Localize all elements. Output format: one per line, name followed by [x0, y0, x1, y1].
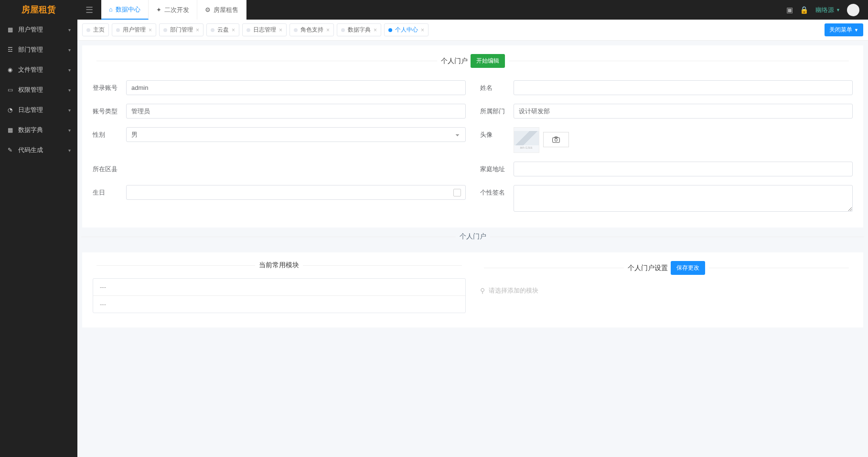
signature-textarea[interactable] [514, 185, 853, 212]
close-icon[interactable]: × [279, 27, 282, 33]
chevron-down-icon: ▾ [68, 128, 71, 133]
dept-input[interactable] [514, 104, 853, 119]
sidebar-item-codegen[interactable]: ✎代码生成▾ [0, 140, 77, 160]
grid2-icon: ▦ [7, 127, 13, 133]
save-changes-button[interactable]: 保存更改 [671, 261, 705, 275]
camera-icon [552, 136, 560, 143]
label-region: 所在区县 [93, 162, 119, 174]
tab-label: 个人中心 [395, 26, 418, 34]
module-list: --- --- [93, 278, 466, 313]
tab-cloud[interactable]: 云盘× [206, 23, 239, 36]
field-dept: 所属部门 [480, 104, 853, 119]
field-region: 所在区县 [93, 162, 466, 176]
tab-users[interactable]: 用户管理× [112, 23, 156, 36]
chevron-down-icon: ▾ [68, 87, 71, 93]
sidebar: ▦用户管理▾ ☲部门管理▾ ◉文件管理▾ ▭权限管理▾ ◔日志管理▾ ▦数据字典… [0, 20, 77, 457]
fullscreen-icon[interactable]: ▣ [786, 6, 793, 14]
tab-profile[interactable]: 个人中心× [384, 23, 429, 36]
lower-panels: 当前常用模块 --- --- 个人门户设置 保存更改 ⚲ 请选择添加的模块 [82, 252, 863, 327]
brand-logo: 房屋租赁 [0, 0, 77, 20]
username-dropdown[interactable]: 幽络源 ▼ [815, 6, 840, 14]
sidebar-item-dept[interactable]: ☲部门管理▾ [0, 40, 77, 60]
tab-label: 云盘 [217, 26, 229, 34]
list-icon: ☲ [7, 46, 13, 53]
module-search[interactable]: ⚲ 请选择添加的模块 [480, 283, 853, 298]
tab-dept[interactable]: 部门管理× [159, 23, 204, 36]
acct-type-input[interactable] [126, 104, 466, 119]
sidebar-item-perm[interactable]: ▭权限管理▾ [0, 80, 77, 100]
field-acct-type: 账号类型 [93, 104, 466, 119]
dot-icon [246, 28, 250, 32]
topnav-dev[interactable]: ✦ 二次开发 [149, 0, 197, 20]
label-acct-type: 账号类型 [93, 104, 119, 116]
dot-icon [294, 28, 298, 32]
close-icon[interactable]: × [374, 27, 377, 33]
top-nav: ⌂ 数据中心 ✦ 二次开发 ⚙ 房屋租售 [101, 0, 246, 20]
close-icon[interactable]: × [196, 27, 199, 33]
tab-home[interactable]: 主页 [82, 23, 109, 36]
chevron-down-icon: ▾ [68, 108, 71, 113]
tab-dict[interactable]: 数据字典× [337, 23, 381, 36]
sidebar-item-users[interactable]: ▦用户管理▾ [0, 20, 77, 40]
search-placeholder: 请选择添加的模块 [489, 286, 538, 295]
login-input[interactable] [126, 80, 466, 95]
topnav-label: 二次开发 [164, 6, 189, 14]
section-divider: 个人门户 [77, 232, 868, 241]
home-icon: ⌂ [109, 6, 113, 13]
list-item[interactable]: --- [93, 296, 465, 313]
svg-point-1 [555, 139, 557, 141]
tab-logs[interactable]: 日志管理× [242, 23, 287, 36]
globe-icon: ◉ [7, 66, 13, 73]
sidebar-item-label: 代码生成 [18, 146, 43, 154]
sidebar-item-label: 部门管理 [18, 45, 43, 54]
field-signature: 个性签名 [480, 185, 853, 213]
menu-toggle-icon[interactable]: ☰ [77, 5, 101, 15]
close-menu-button[interactable]: 关闭菜单 ▼ [825, 23, 863, 36]
label-avatar: 头像 [480, 127, 507, 139]
avatar-placeholder-text: an-Liss [520, 145, 533, 150]
common-modules-title: 当前常用模块 [259, 261, 299, 270]
birthday-input[interactable] [126, 185, 466, 200]
topnav-data-center[interactable]: ⌂ 数据中心 [101, 0, 149, 20]
close-icon[interactable]: × [232, 27, 235, 33]
address-input[interactable] [514, 162, 853, 176]
start-edit-button[interactable]: 开始编辑 [471, 54, 505, 68]
label-signature: 个性签名 [480, 185, 507, 197]
sidebar-item-logs[interactable]: ◔日志管理▾ [0, 100, 77, 120]
topnav-house[interactable]: ⚙ 房屋租售 [197, 0, 246, 20]
sidebar-item-label: 用户管理 [18, 25, 43, 34]
monitor-icon: ▭ [7, 87, 13, 93]
chevron-down-icon: ▼ [836, 8, 840, 12]
close-icon[interactable]: × [421, 27, 424, 33]
gear-icon: ⚙ [205, 6, 211, 13]
chevron-down-icon: ▾ [68, 27, 71, 33]
chart-icon: ◔ [7, 107, 13, 113]
gender-select[interactable]: 男 [126, 127, 466, 142]
list-item[interactable]: --- [93, 279, 465, 296]
dot-icon [116, 28, 120, 32]
avatar-upload-button[interactable] [543, 132, 569, 147]
avatar[interactable] [847, 4, 859, 16]
pencil-icon: ✎ [7, 147, 13, 153]
sidebar-item-label: 日志管理 [18, 106, 43, 114]
field-address: 家庭地址 [480, 162, 853, 176]
panel-title-row: 个人门户 开始编辑 [93, 54, 853, 68]
close-icon[interactable]: × [149, 27, 152, 33]
chevron-down-icon: ▾ [68, 148, 71, 153]
main: 主页 用户管理× 部门管理× 云盘× 日志管理× 角色支持× 数据字典× 个人中… [77, 20, 868, 457]
tab-roles[interactable]: 角色支持× [289, 23, 334, 36]
label-login: 登录账号 [93, 80, 119, 92]
content: 个人门户 开始编辑 登录账号 姓名 账号类型 [77, 41, 868, 457]
sidebar-item-label: 数据字典 [18, 126, 43, 134]
lock-icon[interactable]: 🔒 [800, 6, 809, 14]
field-login: 登录账号 [93, 80, 466, 95]
sidebar-item-dict[interactable]: ▦数据字典▾ [0, 120, 77, 140]
sidebar-item-files[interactable]: ◉文件管理▾ [0, 60, 77, 80]
sparkle-icon: ✦ [156, 6, 161, 13]
portal-settings-panel: 个人门户设置 保存更改 ⚲ 请选择添加的模块 [480, 261, 853, 313]
name-input[interactable] [514, 80, 853, 95]
close-icon[interactable]: × [326, 27, 330, 33]
tab-label: 角色支持 [300, 26, 323, 34]
dot-icon [388, 28, 392, 32]
chevron-down-icon: ▾ [68, 67, 71, 73]
